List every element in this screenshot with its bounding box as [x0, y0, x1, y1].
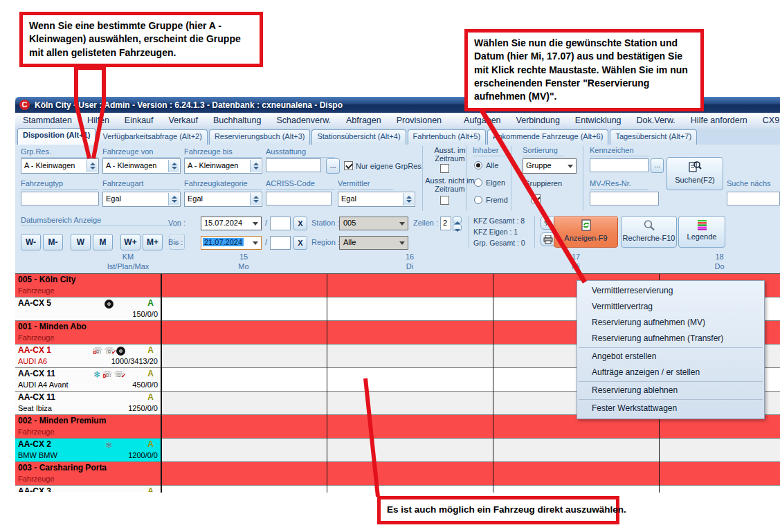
menu-einkauf[interactable]: Einkauf — [117, 113, 161, 129]
day-header-di[interactable]: 16Di — [327, 252, 493, 271]
day-cell[interactable] — [327, 321, 493, 344]
spinner-icon[interactable] — [250, 160, 261, 172]
von-extra-input[interactable] — [270, 217, 291, 230]
menu-aufgaben[interactable]: Aufgaben — [456, 113, 509, 129]
von-date-combo[interactable]: 15.07.2024 — [201, 217, 262, 230]
day-header-do[interactable]: 18Do — [659, 252, 780, 271]
grp-res-combo[interactable]: A - Kleinwagen — [21, 158, 99, 174]
menu-item-angebot-erstellen[interactable]: Angebot erstellen — [577, 349, 764, 365]
menu-verkauf[interactable]: Verkauf — [161, 113, 206, 129]
day-cell[interactable] — [659, 462, 780, 485]
inhaber-eigen-radio[interactable] — [474, 178, 482, 187]
tab-fahrtenbuch[interactable]: Fahrtenbuch (Alt+5) — [408, 129, 487, 145]
day-cell[interactable] — [161, 439, 327, 461]
region-select[interactable]: Alle — [339, 236, 408, 250]
spinner-icon[interactable] — [168, 160, 179, 172]
day-cell[interactable] — [493, 439, 659, 461]
tab-reservierungsbuch[interactable]: Reservierungsbuch (Alt+3) — [209, 129, 311, 145]
menu-item-auftraege-anzeigen[interactable]: Aufträge anzeigen / er stellen — [577, 365, 764, 380]
menu-buchhaltung[interactable]: Buchhaltung — [206, 113, 269, 129]
tab-verfuegbarkeitsabfrage[interactable]: Verfügbarkeitsabfrage (Alt+2) — [97, 129, 207, 145]
menu-abfragen[interactable]: Abfragen — [338, 113, 389, 129]
day-cell[interactable] — [327, 486, 493, 492]
spinner-icon[interactable] — [168, 193, 179, 205]
menu-provisionen[interactable]: Provisionen — [389, 113, 449, 129]
recherche-button[interactable]: Recherche-F10 — [621, 216, 677, 248]
inhaber-fremd-radio[interactable] — [474, 196, 482, 204]
group-row[interactable]: 003 - Carsharing Porta Fahrzeuge — [15, 462, 780, 486]
menu-schadenverw[interactable]: Schadenverw. — [269, 113, 338, 129]
zeilen-down-icon[interactable] — [453, 224, 462, 231]
day-cell[interactable] — [161, 274, 327, 297]
legende-button[interactable]: Legende — [678, 216, 725, 248]
month-button[interactable]: M — [93, 234, 113, 250]
station-select[interactable]: 005 — [339, 217, 408, 230]
bis-clear-button[interactable]: X — [293, 236, 307, 250]
month-plus-button[interactable]: M+ — [143, 234, 163, 250]
tab-tagesuebersicht[interactable]: Tagesübersicht (Alt+7) — [610, 129, 697, 145]
fahrzeugkategorie-combo[interactable]: Egal — [184, 192, 262, 207]
day-cell[interactable] — [659, 486, 780, 492]
day-cell[interactable] — [161, 297, 327, 320]
day-cell[interactable] — [327, 297, 493, 320]
vehicle-row-clipped[interactable]: AA-CX 3 A — [15, 486, 780, 492]
day-cell[interactable] — [161, 392, 327, 414]
day-cell[interactable] — [161, 321, 327, 344]
day-cell[interactable] — [659, 439, 780, 461]
spinner-icon[interactable] — [250, 193, 261, 205]
mv-res-nr-input[interactable] — [590, 192, 659, 205]
day-cell[interactable] — [161, 462, 327, 485]
suche-naechste-input[interactable] — [727, 192, 780, 205]
sortierung-select[interactable]: Gruppe — [523, 158, 577, 174]
print-button[interactable] — [541, 232, 555, 246]
day-cell[interactable] — [327, 462, 493, 485]
inhaber-alle-radio[interactable] — [474, 161, 482, 169]
menu-item-reservierung-aufnehmen-mv[interactable]: Reservierung aufnehmen (MV) — [577, 315, 764, 331]
anzeigen-button[interactable]: Anzeigen-F9 — [554, 216, 618, 248]
kennzeichen-input[interactable] — [590, 158, 649, 172]
ausstattung-input[interactable] — [266, 158, 321, 172]
percent-button[interactable]: % — [541, 216, 555, 230]
gruppieren-checkbox[interactable] — [532, 194, 541, 203]
day-cell[interactable] — [161, 345, 327, 367]
nur-eigene-checkbox[interactable] — [344, 161, 353, 170]
bis-extra-input[interactable] — [270, 236, 291, 250]
ausst-nicht-im-zeitraum-checkbox[interactable] — [440, 196, 449, 205]
menu-verbindung[interactable]: Verbindung — [509, 113, 568, 129]
ausst-im-zeitraum-checkbox[interactable] — [440, 164, 449, 173]
fahrzeugtyp-input[interactable] — [21, 192, 99, 205]
week-plus-button[interactable]: W+ — [120, 234, 140, 250]
menu-stammdaten[interactable]: Stammdaten — [15, 113, 80, 129]
spinner-icon[interactable] — [403, 193, 414, 205]
menu-entwicklung[interactable]: Entwicklung — [568, 113, 629, 129]
day-header-mi[interactable]: 17Mi — [493, 252, 659, 271]
day-cell[interactable] — [327, 368, 493, 391]
menu-hilfe-anfordern[interactable]: Hilfe anfordern — [683, 113, 755, 129]
day-cell[interactable] — [161, 486, 327, 492]
acriss-code-input[interactable] — [266, 192, 332, 205]
day-cell[interactable] — [161, 415, 327, 438]
day-cell[interactable] — [327, 345, 493, 367]
day-cell[interactable] — [161, 368, 327, 391]
fahrzeugart-combo[interactable]: Egal — [102, 192, 181, 207]
vermittler-combo[interactable]: Egal — [338, 192, 415, 207]
zeilen-up-icon[interactable] — [453, 217, 462, 223]
menu-hilfen[interactable]: Hilfen — [80, 113, 117, 129]
day-cell[interactable] — [327, 439, 493, 461]
week-button[interactable]: W — [71, 234, 91, 250]
menu-item-vermittlervertrag[interactable]: Vermittlervertrag — [577, 299, 764, 315]
week-minus-button[interactable]: W- — [21, 234, 41, 250]
kennzeichen-more-button[interactable]: ... — [651, 158, 664, 173]
fahrzeuge-von-combo[interactable]: A - Kleinwagen — [102, 158, 181, 174]
fahrzeuge-bis-combo[interactable]: A - Kleinwagen — [184, 158, 262, 174]
vehicle-row-selected[interactable]: AA-CX 2 ❄ A BMW BMW 1200/0/0 — [15, 439, 780, 462]
month-minus-button[interactable]: M- — [43, 234, 63, 250]
menu-item-fester-werkstattwagen[interactable]: Fester Werkstattwagen — [577, 401, 764, 416]
tab-stationsuebersicht[interactable]: Stationsübersicht (Alt+4) — [311, 129, 406, 145]
tab-ankommende-fahrzeuge[interactable]: Ankommende Fahrzeuge (Alt+6) — [487, 129, 608, 145]
tab-disposition[interactable]: Disposition (Alt+1) — [17, 128, 96, 145]
menu-item-reservierung-ablehnen[interactable]: Reservierung ablehnen — [577, 383, 764, 398]
day-cell[interactable] — [493, 462, 659, 485]
suchen-button[interactable]: Suchen(F2) — [666, 157, 723, 190]
bis-date-combo[interactable]: 21.07.2024 — [201, 236, 262, 250]
